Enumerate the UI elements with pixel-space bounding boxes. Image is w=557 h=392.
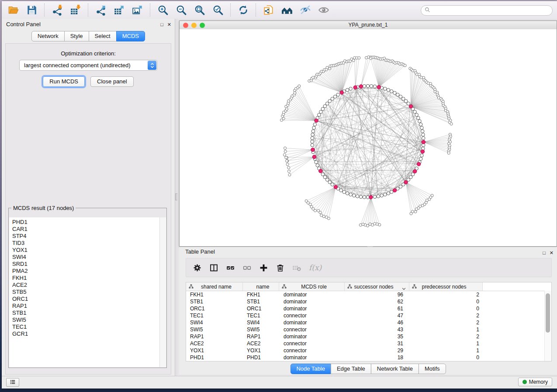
table-row[interactable]: FKH1FKH1dominator962	[186, 291, 551, 298]
column-header-successor-nodes[interactable]: successor nodes	[345, 282, 409, 291]
network-canvas[interactable]	[180, 29, 557, 246]
show-all-button[interactable]	[315, 3, 332, 17]
table-tab-edge-table[interactable]: Edge Table	[331, 364, 371, 374]
toolbar-separator	[256, 3, 256, 17]
unselect-all-button[interactable]	[242, 263, 252, 272]
select-all-button[interactable]	[226, 263, 235, 272]
minimize-window-light[interactable]	[191, 23, 197, 28]
export-network-button[interactable]	[93, 3, 109, 17]
network-window-titlebar[interactable]: YPA_prune.txt_1	[180, 21, 557, 30]
close-window-light[interactable]	[183, 23, 188, 28]
table-cell: 2	[409, 319, 483, 326]
open-file-button[interactable]	[5, 3, 22, 17]
table-tab-network-table[interactable]: Network Table	[371, 364, 419, 374]
zoom-in-button[interactable]	[155, 3, 171, 17]
tab-mcds[interactable]: MCDS	[116, 31, 145, 41]
table-cell: dominator	[279, 291, 345, 298]
table-cell: 18	[345, 354, 409, 361]
table-row[interactable]: SWI4SWI4dominator462	[186, 319, 551, 326]
show-panels-button[interactable]	[6, 378, 19, 387]
mcds-panel: Optimization criterion: largest connecte…	[5, 43, 171, 375]
first-neighbors-button[interactable]	[279, 3, 295, 17]
table-cell: 43	[345, 326, 409, 333]
mcds-result-item[interactable]: STB1	[12, 309, 166, 316]
mcds-result-item[interactable]: GCR1	[12, 330, 166, 337]
run-mcds-button[interactable]: Run MCDS	[43, 76, 85, 87]
import-network-button[interactable]	[49, 3, 66, 17]
zoom-selected-button[interactable]	[210, 3, 226, 17]
mcds-result-item[interactable]: SWI4	[12, 254, 166, 261]
mcds-result-item[interactable]: FKH1	[12, 275, 166, 282]
mcds-result-item[interactable]: PMA2	[12, 268, 166, 275]
zoom-fit-button[interactable]	[191, 3, 208, 17]
table-header-row: shared namenameMCDS rolesuccessor nodesp…	[186, 282, 551, 291]
table-row[interactable]: TEC1TEC1connector472	[186, 312, 551, 319]
mcds-result-item[interactable]: TID3	[12, 240, 166, 247]
mcds-result-item[interactable]: STB5	[12, 289, 166, 296]
column-header-predecessor-nodes[interactable]: predecessor nodes	[409, 282, 483, 291]
table-cell: 29	[345, 347, 409, 354]
table-row[interactable]: YOX1YOX1connector291	[186, 347, 551, 354]
refresh-view-button[interactable]	[235, 3, 252, 17]
column-header-name[interactable]: name	[243, 282, 279, 291]
export-image-button[interactable]	[129, 3, 146, 17]
optimization-criterion-select[interactable]: largest connected component (undirected)	[19, 60, 157, 71]
float-panel-icon[interactable]: □	[160, 22, 163, 27]
tab-select[interactable]: Select	[89, 31, 117, 41]
mcds-result-item[interactable]: PHD1	[12, 219, 166, 226]
table-cell: 2	[409, 333, 483, 340]
delete-row-button[interactable]	[276, 263, 285, 272]
formula-builder-icon: f(x)	[309, 265, 322, 272]
table-scrollbar[interactable]	[544, 291, 551, 361]
memory-button[interactable]: Memory	[518, 378, 552, 386]
scrollbar-thumb[interactable]	[546, 293, 550, 333]
refresh-view-icon	[236, 4, 250, 16]
add-row-button[interactable]	[259, 263, 268, 272]
table-row[interactable]: ORC1ORC1dominator610	[186, 305, 551, 312]
table-cell: dominator	[279, 298, 345, 305]
clone-network-button[interactable]	[260, 3, 277, 17]
table-row[interactable]: STB1STB1dominator620	[186, 298, 551, 305]
hide-selected-button[interactable]	[297, 3, 314, 17]
result-scrollbar[interactable]	[159, 217, 166, 367]
zoom-window-light[interactable]	[200, 23, 205, 28]
save-session-button[interactable]	[24, 3, 40, 17]
column-header-shared-name[interactable]: shared name	[186, 282, 243, 291]
mcds-result-item[interactable]: RAP1	[12, 303, 166, 309]
mcds-result-item[interactable]: YOX1	[12, 247, 166, 254]
mcds-result-item[interactable]: ACE2	[12, 282, 166, 289]
mcds-result-item[interactable]: TEC1	[12, 323, 166, 330]
float-table-panel-icon[interactable]: □	[543, 251, 546, 255]
control-panel: Control Panel □ ✕ NetworkStyleSelectMCDS…	[2, 19, 175, 376]
sort-chevron-icon[interactable]	[402, 285, 406, 292]
formula-builder-button[interactable]: f(x)	[309, 263, 322, 272]
mcds-result-item[interactable]: SWI5	[12, 316, 166, 323]
close-panel-button[interactable]: Close panel	[90, 76, 134, 87]
tab-style[interactable]: Style	[64, 31, 89, 41]
zoom-selected-icon	[211, 4, 225, 16]
table-row[interactable]: SWI5SWI5connector431	[186, 326, 551, 333]
table-row[interactable]: PHD1PHD1dominator180	[186, 354, 551, 361]
column-header-mcds-role[interactable]: MCDS role	[279, 282, 345, 291]
import-table-button[interactable]	[67, 3, 84, 17]
search-input[interactable]	[430, 6, 552, 15]
delete-table-icon	[292, 263, 301, 272]
mcds-result-item[interactable]: CAR1	[12, 226, 166, 233]
tab-network[interactable]: Network	[31, 31, 65, 41]
close-panel-icon[interactable]: ✕	[167, 22, 171, 27]
table-tab-motifs[interactable]: Motifs	[419, 364, 446, 374]
mcds-result-title: MCDS result (17 nodes)	[11, 205, 76, 211]
zoom-out-button[interactable]	[173, 3, 190, 17]
mcds-result-item[interactable]: STP4	[12, 233, 166, 240]
mcds-result-item[interactable]: ORC1	[12, 296, 166, 303]
close-table-panel-icon[interactable]: ✕	[550, 251, 554, 255]
delete-table-button[interactable]	[292, 263, 301, 272]
table-row[interactable]: RAP1RAP1dominator352	[186, 333, 551, 340]
mcds-result-item[interactable]: SRD1	[12, 261, 166, 268]
table-row[interactable]: ACE2ACE2connector311	[186, 340, 551, 347]
table-tab-node-table[interactable]: Node Table	[290, 364, 331, 374]
export-table-button[interactable]	[111, 3, 128, 17]
search-box[interactable]	[421, 5, 553, 16]
show-columns-button[interactable]	[209, 263, 218, 272]
table-settings-button[interactable]	[193, 263, 202, 272]
